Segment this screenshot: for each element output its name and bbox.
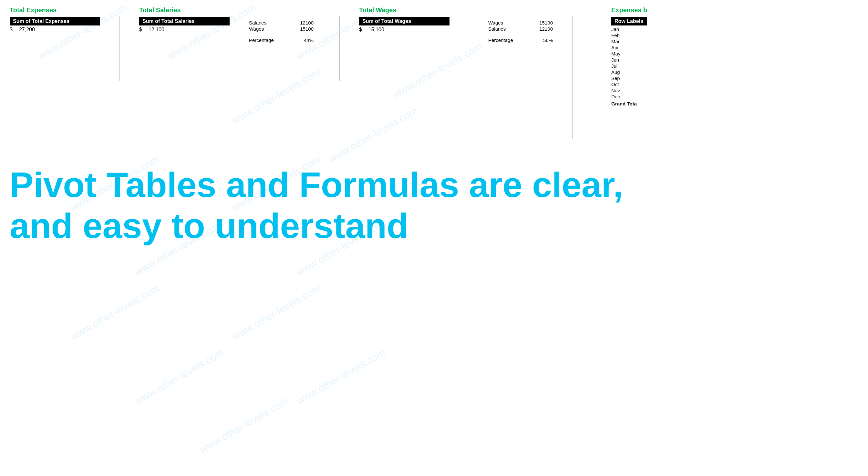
month-dec: Dec xyxy=(611,94,647,100)
watermark-9: www.other-levels.com xyxy=(68,282,161,343)
salaries-breakdown-value-1: 15100 xyxy=(288,26,314,32)
page-content: www.other-levels.com www.other-levels.co… xyxy=(0,0,868,476)
salaries-breakdown-label-1: Wages xyxy=(249,26,288,32)
total-salaries-currency: $ xyxy=(139,27,142,33)
wages-pct-label: Percentage xyxy=(488,37,527,43)
big-text-line1: Pivot Tables and Formulas are clear, xyxy=(10,165,858,205)
total-wages-currency: $ xyxy=(359,27,362,33)
wages-breakdown-value-0: 15100 xyxy=(527,20,553,26)
salaries-breakdown-row-0: Salaries 12100 xyxy=(249,20,314,26)
total-expenses-value-row: $ 27,200 xyxy=(10,27,100,33)
wages-breakdown-row-0: Wages 15100 xyxy=(488,20,553,26)
wages-breakdown-value-1: 12100 xyxy=(527,26,553,32)
total-salaries-amount: 12,100 xyxy=(149,27,164,33)
month-sep: Sep xyxy=(611,75,647,81)
wages-breakdown-row-1: Salaries 12100 xyxy=(488,26,553,32)
big-text: Pivot Tables and Formulas are clear, and… xyxy=(10,165,858,246)
total-expenses-amount: 27,200 xyxy=(19,27,35,33)
watermark-11: www.other-levels.com xyxy=(133,347,226,407)
grand-total-item: Grand Tota xyxy=(611,100,647,106)
month-mar: Mar xyxy=(611,38,647,44)
big-text-section: Pivot Tables and Formulas are clear, and… xyxy=(0,158,868,252)
month-jun: Jun xyxy=(611,57,647,63)
month-list: Jan Feb Mar Apr May Jun Jul Aug Sep Oct … xyxy=(611,26,647,106)
month-jan: Jan xyxy=(611,26,647,32)
top-section: Total Expenses Sum of Total Expenses $ 2… xyxy=(0,0,868,139)
divider-3 xyxy=(572,16,572,139)
watermark-12: www.other-levels.com xyxy=(294,347,388,407)
total-expenses-title: Total Expenses xyxy=(10,6,100,14)
wages-breakdown-label-0: Wages xyxy=(488,20,527,26)
total-wages-section: Total Wages Sum of Total Wages $ 15,100 … xyxy=(359,6,553,139)
row-labels-header: Row Labels xyxy=(611,17,647,26)
total-wages-title: Total Wages xyxy=(359,6,450,14)
month-may: May xyxy=(611,50,647,57)
total-wages-value-row: $ 15,100 xyxy=(359,27,450,33)
total-salaries-header: Sum of Total Salaries xyxy=(139,17,229,26)
month-jul: Jul xyxy=(611,63,647,69)
total-salaries-title: Total Salaries xyxy=(139,6,229,14)
salaries-breakdown-table: Salaries 12100 Wages 15100 Percentage 44… xyxy=(249,20,314,139)
total-salaries-value-row: $ 12,100 xyxy=(139,27,229,33)
total-expenses-header: Sum of Total Expenses xyxy=(10,17,100,26)
month-apr: Apr xyxy=(611,44,647,50)
divider-1 xyxy=(120,16,120,80)
total-expenses-block: Total Expenses Sum of Total Expenses $ 2… xyxy=(10,6,100,139)
total-wages-block: Total Wages Sum of Total Wages $ 15,100 xyxy=(359,6,450,139)
expenses-by-section: Expenses b Row Labels Jan Feb Mar Apr Ma… xyxy=(611,6,647,139)
big-text-line2: and easy to understand xyxy=(10,205,858,246)
total-expenses-currency: $ xyxy=(10,27,12,33)
divider-2 xyxy=(339,16,340,80)
wages-breakdown-table: Wages 15100 Salaries 12100 Percentage 56… xyxy=(488,20,553,139)
watermark-13: www.other-levels.com xyxy=(197,395,290,456)
salaries-breakdown-label-0: Salaries xyxy=(249,20,288,26)
month-aug: Aug xyxy=(611,69,647,75)
wages-pct-value: 56% xyxy=(527,37,553,43)
salaries-pct-value: 44% xyxy=(288,37,314,43)
watermark-10: www.other-levels.com xyxy=(230,282,323,343)
salaries-breakdown-value-0: 12100 xyxy=(288,20,314,26)
month-nov: Nov xyxy=(611,88,647,94)
salaries-breakdown-row-1: Wages 15100 xyxy=(249,26,314,32)
total-wages-amount: 15,100 xyxy=(368,27,384,33)
salaries-pct-label: Percentage xyxy=(249,37,288,43)
salaries-pct-row: Percentage 44% xyxy=(249,37,314,43)
total-salaries-block: Total Salaries Sum of Total Salaries $ 1… xyxy=(139,6,229,139)
month-feb: Feb xyxy=(611,32,647,38)
wages-pct-row: Percentage 56% xyxy=(488,37,553,43)
expenses-by-title: Expenses b xyxy=(611,6,647,14)
wages-breakdown-label-1: Salaries xyxy=(488,26,527,32)
total-wages-header: Sum of Total Wages xyxy=(359,17,450,26)
month-oct: Oct xyxy=(611,81,647,88)
